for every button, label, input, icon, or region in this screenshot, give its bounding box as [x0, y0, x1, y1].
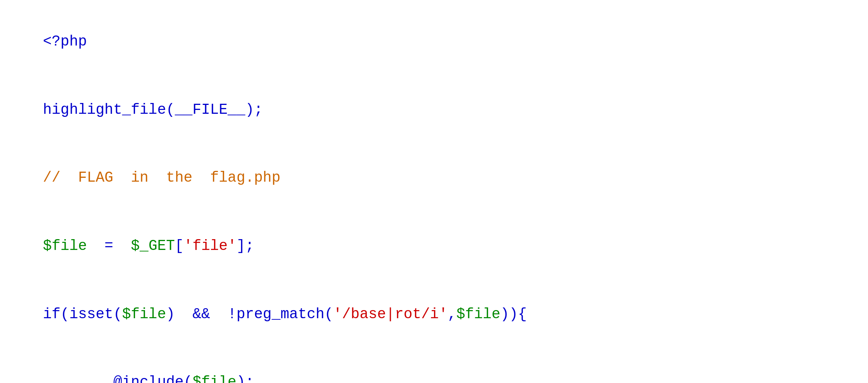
if-end: ,	[448, 306, 456, 322]
var-file4: $file	[193, 374, 236, 383]
code-text: highlight_file(__FILE__);	[43, 101, 263, 118]
code-area: <?php highlight_file(__FILE__); // FLAG …	[0, 0, 868, 383]
var-file2: $file	[122, 306, 166, 322]
code-line-1: <?php	[8, 8, 860, 76]
var-file3: $file	[456, 306, 500, 322]
bracket-open: [	[175, 238, 184, 254]
regex-str: '/base|rot/i'	[333, 306, 448, 322]
code-comment-flagphp: flag.php	[210, 169, 280, 186]
var-file: $file	[43, 238, 87, 254]
php-open-tag: <?php	[43, 33, 87, 50]
if-keyword: if(isset(	[43, 306, 122, 322]
code-line-2: highlight_file(__FILE__);	[8, 76, 860, 144]
code-line-4: $file = $_GET['file'];	[8, 212, 860, 280]
code-comment: // FLAG in the	[43, 169, 210, 186]
if-close: )){	[500, 306, 527, 322]
var-get: $_GET	[131, 238, 175, 254]
if-mid: ) && !preg_match(	[166, 306, 333, 322]
include-fn: @include(	[43, 374, 193, 383]
code-line-6: @include($file);	[8, 348, 860, 383]
bracket-close: ];	[236, 238, 254, 254]
include-end: );	[236, 374, 254, 383]
code-line-5: if(isset($file) && !preg_match('/base|ro…	[8, 280, 860, 349]
string-file: 'file'	[184, 238, 236, 254]
code-eq: =	[87, 238, 131, 254]
code-line-3: // FLAG in the flag.php	[8, 144, 860, 212]
